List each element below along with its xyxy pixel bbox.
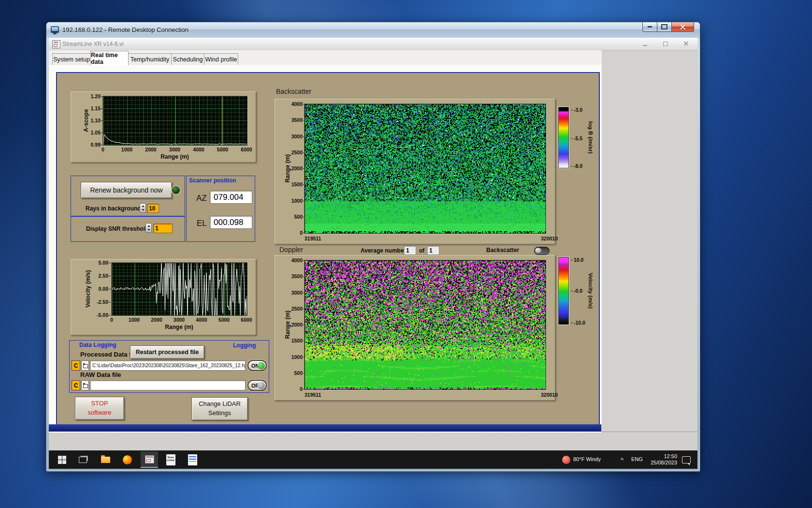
scanner-position-title: Scanner position	[189, 177, 236, 184]
processed-browse-icon[interactable]	[81, 360, 89, 371]
scan-schedule-button[interactable]: Scansched	[164, 454, 177, 465]
ascope-plot-area	[103, 96, 247, 146]
tab-real-time-data[interactable]: Real time data	[90, 51, 129, 66]
app-window: StreamLine XR v14-6.vi System setup Real…	[49, 38, 697, 432]
app-title: StreamLine XR v14-6.vi	[62, 41, 124, 47]
average-number-field[interactable]: 1	[404, 246, 416, 255]
schedule-list-icon	[188, 454, 197, 465]
rdp-title: 192.168.0.122 - Remote Desktop Connectio…	[62, 26, 188, 33]
restart-processed-file-button[interactable]: Restart processed file	[130, 345, 204, 359]
panel-bottom-band	[49, 424, 601, 432]
backscatter-x-start: 319511	[304, 236, 321, 241]
tray-chevron[interactable]: ^	[621, 456, 624, 463]
doppler-colorbar	[558, 257, 569, 325]
backscatter-x-end: 320010	[500, 236, 558, 241]
backscatter-colorbar	[558, 107, 569, 168]
clock[interactable]: 12:50 25/08/2023	[647, 453, 677, 466]
restore-icon	[663, 42, 668, 46]
tab-bar: System setup Real time data Temp/humidit…	[49, 50, 602, 65]
stop-software-button[interactable]: STOP software	[75, 397, 124, 420]
az-label: AZ	[196, 194, 207, 203]
desktop: 192.168.0.122 - Remote Desktop Connectio…	[0, 0, 812, 508]
app-close-button[interactable]	[682, 41, 690, 47]
backscatter-heatmap-canvas	[305, 105, 546, 233]
streamline-app-taskbar-button[interactable]	[141, 451, 158, 468]
backscatter-colorbar-label: log B (/m/sr)	[588, 121, 594, 153]
change-lidar-settings-button[interactable]: Change LiDAR Settings	[191, 397, 248, 420]
raw-browse-icon[interactable]	[81, 380, 89, 390]
maximize-icon	[661, 24, 667, 30]
doppler-heatmap	[304, 260, 546, 390]
backscatter-colorbar-ticks: -3.0-5.5-8.0	[570, 107, 590, 168]
processed-path-field[interactable]: C:\Lidar\Data\Proc\2023\202308\20230825\…	[90, 360, 246, 371]
app-restore-button[interactable]	[662, 41, 669, 47]
raw-logging-toggle[interactable]: OFF	[247, 380, 267, 391]
snr-spinner[interactable]	[145, 223, 152, 233]
ascope-cursor[interactable]	[222, 97, 222, 145]
raw-drive-button[interactable]: C	[72, 380, 80, 390]
change-line1: Change LiDAR	[199, 400, 241, 409]
snr-value-field[interactable]: 1	[153, 224, 173, 233]
snr-threshold-label: Display SNR threshold	[86, 225, 148, 232]
task-view-icon	[79, 457, 87, 463]
toggle-knob-on	[258, 362, 265, 369]
backscatter-display-toggle[interactable]	[534, 247, 550, 255]
processed-drive-button[interactable]: C	[72, 360, 80, 371]
average-total-field[interactable]: 1	[427, 246, 439, 255]
tab-scheduling[interactable]: Scheduling	[171, 53, 204, 65]
stop-line1: STOP	[91, 399, 108, 408]
background-led-indicator	[172, 186, 180, 194]
snr-box: Display SNR threshold 1	[71, 216, 185, 242]
app-titlebar[interactable]: StreamLine XR v14-6.vi	[49, 38, 697, 51]
processed-logging-toggle[interactable]: ON	[247, 360, 267, 371]
toggle-knob-off	[258, 382, 265, 389]
task-view-button[interactable]	[76, 454, 89, 465]
backscatter-toggle-label: Backscatter	[486, 247, 519, 254]
rays-spinner[interactable]	[140, 203, 146, 213]
backscatter-y-axis: 40003500300025002000150010005000	[279, 104, 303, 233]
vi-icon	[52, 40, 60, 48]
renew-background-button[interactable]: Renew background now	[81, 182, 172, 198]
doppler-x-end: 320010	[500, 392, 558, 398]
scanner-position-box: Scanner position AZ 079.004 EL 000.098	[186, 176, 255, 242]
weather-widget[interactable]	[560, 454, 572, 465]
rdp-close-button[interactable]	[671, 22, 694, 32]
tab-temp-humidity[interactable]: Temp/humidity	[128, 53, 172, 65]
rays-value-field[interactable]: 10	[147, 204, 159, 213]
file-explorer-button[interactable]	[99, 454, 112, 465]
rdp-titlebar[interactable]: 192.168.0.122 - Remote Desktop Connectio…	[46, 22, 700, 38]
ascope-trace	[103, 97, 247, 145]
change-line2: Settings	[208, 409, 231, 418]
schedule-list-button[interactable]	[186, 454, 199, 465]
rdp-minimize-button[interactable]	[642, 22, 657, 32]
tab-system-setup[interactable]: System setup	[52, 53, 91, 65]
scan-schedule-icon: Scansched	[166, 454, 175, 465]
taskbar: Scansched 80°F Windy ^ ENG 12:50 25/08/2…	[49, 450, 697, 469]
logging-label: Logging	[233, 342, 256, 349]
language-indicator[interactable]: ENG	[631, 456, 643, 462]
app-minimize-button[interactable]	[642, 41, 649, 47]
doppler-x-start: 319511	[304, 392, 321, 398]
action-center-button[interactable]	[680, 454, 693, 465]
velocity-x-axis: 0100020003000400050006000	[112, 317, 246, 323]
toggle-knob	[535, 248, 541, 253]
remote-desktop: StreamLine XR v14-6.vi System setup Real…	[49, 38, 697, 469]
backscatter-heatmap	[304, 104, 546, 234]
tab-wind-profile[interactable]: Wind profile	[204, 53, 238, 65]
stop-line2: software	[87, 408, 111, 418]
start-button[interactable]	[56, 454, 68, 465]
data-logging-title: Data Logging	[79, 342, 116, 348]
rdp-icon	[51, 26, 59, 33]
average-number-label: Average number	[361, 247, 406, 254]
raw-path-field[interactable]	[90, 380, 246, 390]
weather-condition: Windy	[586, 456, 601, 462]
velocity-trace	[112, 263, 247, 315]
weather-text[interactable]: 80°F Windy	[573, 456, 601, 462]
app-window-controls	[642, 41, 690, 47]
firefox-button[interactable]	[121, 454, 133, 465]
clock-date: 25/08/2023	[651, 460, 677, 465]
el-value: 000.098	[210, 216, 252, 229]
backscatter-section-title: Backscatter	[276, 88, 311, 95]
rdp-maximize-button[interactable]	[657, 22, 672, 32]
streamline-app-icon	[145, 455, 154, 463]
